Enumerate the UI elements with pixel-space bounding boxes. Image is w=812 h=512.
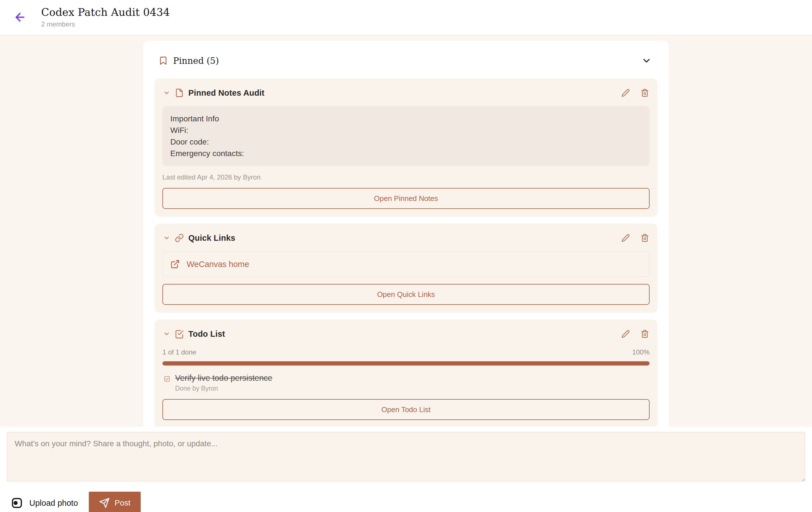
link-icon xyxy=(175,234,184,242)
pencil-icon xyxy=(621,330,630,338)
note-last-edited: Last edited Apr 4, 2026 by Byron xyxy=(163,173,649,181)
chevron-down-icon xyxy=(163,234,170,242)
send-icon xyxy=(99,497,110,508)
delete-quick-links-button[interactable] xyxy=(640,233,649,243)
checked-checkbox-icon xyxy=(164,375,171,382)
todo-list-card: Todo List 1 of 1 done 100% xyxy=(154,320,658,428)
pinned-notes-card: Pinned Notes Audit Important Info xyxy=(154,78,658,217)
todo-collapse-button[interactable] xyxy=(163,330,171,338)
photo-icon xyxy=(11,497,23,509)
upload-photo-label: Upload photo xyxy=(29,498,78,508)
edit-quick-links-button[interactable] xyxy=(621,233,631,243)
quick-link-item[interactable]: WeCanvas home xyxy=(163,251,649,277)
trash-icon xyxy=(641,89,649,97)
delete-notes-button[interactable] xyxy=(640,88,649,98)
upload-photo-button[interactable]: Upload photo xyxy=(7,497,78,509)
arrow-left-icon xyxy=(13,11,27,24)
members-count: 2 members xyxy=(41,20,170,28)
quick-link-label: WeCanvas home xyxy=(187,260,249,269)
note-file-icon xyxy=(175,88,184,98)
post-composer: Upload photo Post xyxy=(0,427,812,512)
todo-item: Verify live todo persistence Done by Byr… xyxy=(163,373,649,392)
chevron-down-icon xyxy=(163,330,170,338)
delete-todo-button[interactable] xyxy=(640,329,649,339)
note-preview-box: Important Info WiFi: Door code: Emergenc… xyxy=(163,106,649,166)
chevron-down-icon xyxy=(163,89,170,97)
progress-fill xyxy=(163,361,649,366)
todo-card-title: Todo List xyxy=(188,329,225,339)
pinned-section-title: Pinned (5) xyxy=(173,56,219,66)
note-line: Door code: xyxy=(170,136,642,147)
quick-links-card-title: Quick Links xyxy=(188,234,235,243)
post-button[interactable]: Post xyxy=(89,492,141,512)
bookmark-icon xyxy=(158,56,168,65)
todo-progress-bar xyxy=(163,361,649,366)
external-link-icon xyxy=(170,260,180,269)
open-pinned-notes-button[interactable]: Open Pinned Notes xyxy=(163,188,649,209)
trash-icon xyxy=(641,330,649,338)
chevron-down-icon xyxy=(641,55,652,66)
pencil-icon xyxy=(621,89,630,97)
page-title: Codex Patch Audit 0434 xyxy=(41,6,170,18)
pencil-icon xyxy=(621,234,630,242)
edit-todo-button[interactable] xyxy=(621,329,631,339)
todo-item-meta: Done by Byron xyxy=(175,385,272,392)
open-quick-links-button[interactable]: Open Quick Links xyxy=(163,284,649,305)
open-todo-list-button[interactable]: Open Todo List xyxy=(163,399,649,420)
pinned-section-header: Pinned (5) xyxy=(154,54,658,68)
todo-progress-percent: 100% xyxy=(632,348,649,356)
pinned-section-collapse-button[interactable] xyxy=(639,54,654,68)
todo-checkbox[interactable] xyxy=(164,375,171,382)
todo-progress-text: 1 of 1 done xyxy=(163,348,196,356)
quick-links-card: Quick Links xyxy=(154,223,658,313)
note-line: WiFi: xyxy=(170,125,642,136)
note-line: Important Info xyxy=(170,113,642,125)
notes-collapse-button[interactable] xyxy=(163,89,171,97)
notes-card-title: Pinned Notes Audit xyxy=(188,88,264,98)
composer-input[interactable] xyxy=(7,432,805,482)
app-header: Codex Patch Audit 0434 2 members xyxy=(0,0,812,34)
post-button-label: Post xyxy=(115,498,130,508)
todo-item-text: Verify live todo persistence xyxy=(175,373,272,383)
trash-icon xyxy=(641,234,649,242)
note-line: Emergency contacts: xyxy=(170,147,642,159)
quick-links-collapse-button[interactable] xyxy=(163,234,171,242)
back-button[interactable] xyxy=(11,8,29,26)
check-square-icon xyxy=(175,329,184,339)
edit-notes-button[interactable] xyxy=(621,88,631,98)
